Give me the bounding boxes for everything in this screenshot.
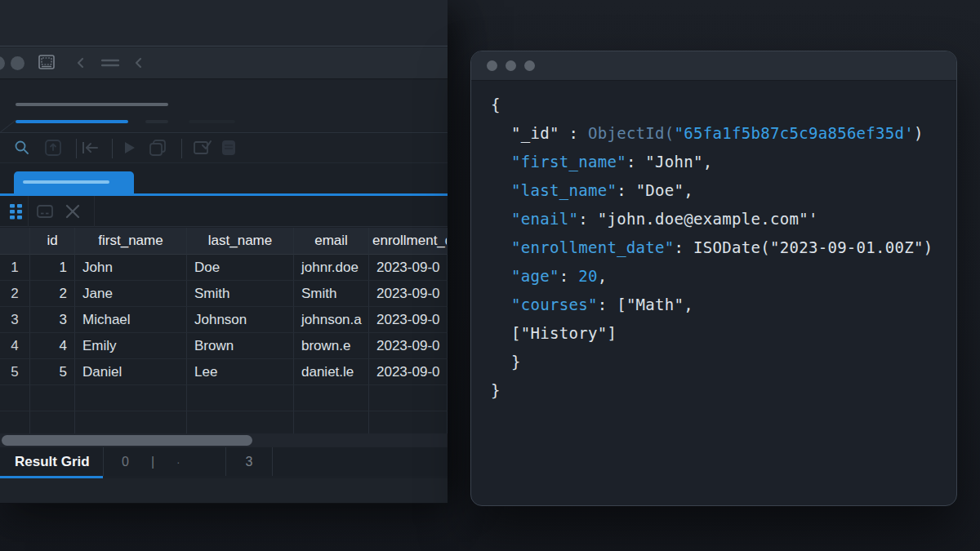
table-cell-email[interactable]: johnson.a [294, 307, 369, 333]
json-code: {"_id" : ObjectId("65fa1f5b87c5c9a856ef3… [471, 81, 956, 405]
query-tab-zone [0, 80, 448, 133]
result-grid-tab[interactable]: Result Grid [0, 447, 104, 476]
table-cell-last_name[interactable]: Johnson [187, 307, 294, 333]
tab-placeholder-dash [145, 120, 168, 123]
grid-toolbar [0, 196, 448, 227]
window-dot[interactable] [487, 60, 497, 71]
table-cell-last_name[interactable]: Smith [187, 281, 294, 307]
scrollbar-thumb[interactable] [2, 435, 252, 446]
active-tab-indicator-line [16, 120, 128, 123]
result-count-tab[interactable]: 3 [226, 447, 273, 476]
table-cell-email[interactable]: johnr.doe [294, 255, 369, 281]
result-table-body: 11JohnDoejohnr.doe2023-09-022JaneSmithSm… [0, 255, 448, 438]
table-cell-num[interactable]: 4 [0, 333, 30, 359]
code-line: "last_name": "Doe", [511, 176, 956, 205]
search-icon[interactable] [14, 140, 30, 156]
monitor-icon[interactable] [38, 54, 56, 72]
table-cell-num[interactable]: 5 [0, 359, 30, 385]
chevron-left-icon[interactable] [75, 57, 87, 69]
window-dot[interactable] [506, 60, 516, 71]
table-cell-id[interactable]: 2 [30, 281, 75, 307]
mini-item: 0 [122, 455, 129, 469]
table-cell-id[interactable] [30, 385, 75, 411]
table-cell-last_name[interactable]: Lee [187, 359, 294, 385]
table-cell-id[interactable]: 1 [30, 255, 75, 281]
result-mini-tabs[interactable]: 0 | · [104, 447, 226, 476]
tab-placeholder-line [16, 103, 168, 106]
code-line: { [491, 91, 956, 119]
table-cell-enrollment[interactable]: 2023-09-0 [369, 281, 448, 307]
toolbar-separator [112, 139, 113, 158]
table-cell-first_name[interactable]: Emily [75, 333, 187, 359]
table-cell-id[interactable]: 5 [30, 359, 75, 385]
window-bottom-band [0, 478, 448, 504]
code-line: } [511, 348, 956, 376]
mini-dot: · [176, 455, 180, 469]
active-result-tab[interactable] [14, 171, 134, 193]
query-toolbar [0, 134, 448, 163]
table-cell-enrollment[interactable]: 2023-09-0 [369, 333, 448, 359]
table-cell-enrollment[interactable]: 2023-09-0 [369, 307, 448, 333]
code-line: ["History"] [511, 319, 956, 348]
check-document-icon[interactable] [193, 139, 212, 157]
column-header-last-name[interactable]: last_name [187, 228, 294, 255]
table-cell-first_name[interactable]: Jane [75, 281, 187, 307]
column-header-id[interactable]: id [30, 228, 75, 255]
code-line: "first_name": "John", [511, 148, 956, 176]
tab-edge-line [0, 120, 16, 133]
arrow-left-icon[interactable] [81, 140, 99, 155]
mini-separator: | [151, 455, 154, 469]
window-dot[interactable] [524, 60, 535, 71]
result-bottom-bar: Result Grid 0 | · 3 [0, 447, 448, 476]
table-cell-email[interactable]: daniet.le [294, 359, 369, 385]
table-cell-last_name[interactable]: Brown [187, 333, 294, 359]
database-icon[interactable] [220, 139, 237, 157]
window-dot[interactable] [11, 56, 24, 70]
export-icon[interactable] [44, 139, 62, 157]
equals-icon[interactable] [101, 59, 119, 67]
left-app-window: id first_name last_name email enrollment… [0, 0, 448, 504]
table-cell-email[interactable]: Smith [294, 281, 369, 307]
table-cell-num[interactable]: 2 [0, 281, 30, 307]
table-cell-first_name[interactable]: Daniel [75, 359, 187, 385]
json-document-window: {"_id" : ObjectId("65fa1f5b87c5c9a856ef3… [470, 51, 957, 506]
table-cell-num[interactable]: 1 [0, 255, 30, 281]
window-dot[interactable] [0, 56, 5, 70]
column-header-email[interactable]: email [294, 228, 369, 255]
table-cell-email[interactable]: brown.e [294, 333, 369, 359]
table-cell-num[interactable] [0, 385, 30, 411]
result-table: id first_name last_name email enrollment… [0, 228, 448, 438]
json-window-titlebar [471, 51, 956, 81]
chevron-left-icon[interactable] [133, 57, 145, 69]
grid-icon[interactable] [10, 204, 23, 220]
copy-icon[interactable] [149, 139, 167, 157]
result-table-header: id first_name last_name email enrollment… [0, 228, 448, 255]
toolbar-separator [94, 196, 95, 227]
result-tab-strip [0, 164, 448, 193]
table-cell-first_name[interactable]: John [75, 255, 187, 281]
table-cell-first_name[interactable] [75, 385, 187, 411]
column-header[interactable] [0, 228, 30, 255]
play-icon[interactable] [122, 140, 137, 155]
result-grid-label: Result Grid [15, 454, 90, 470]
table-cell-last_name[interactable]: Doe [187, 255, 294, 281]
table-cell-enrollment[interactable] [369, 385, 448, 411]
table-cell-first_name[interactable]: Michael [75, 307, 187, 333]
panel-icon[interactable] [37, 205, 53, 218]
toolbar-separator [28, 196, 29, 227]
table-cell-id[interactable]: 4 [30, 333, 75, 359]
table-cell-num[interactable]: 3 [0, 307, 30, 333]
toolbar-separator [76, 139, 77, 158]
code-line: } [491, 376, 956, 405]
table-cell-last_name[interactable] [187, 385, 294, 411]
code-line: "enrollment_date": ISODate("2023-09-01.0… [511, 233, 956, 262]
table-cell-enrollment[interactable]: 2023-09-0 [369, 255, 448, 281]
table-cell-enrollment[interactable]: 2023-09-0 [369, 359, 448, 385]
code-line: "courses": ["Math", [511, 291, 956, 319]
column-header-first-name[interactable]: first_name [75, 228, 187, 255]
table-cell-email[interactable] [294, 385, 369, 411]
table-cell-id[interactable]: 3 [30, 307, 75, 333]
tab-placeholder-dash [189, 120, 235, 123]
close-icon[interactable] [65, 204, 80, 219]
column-header-enrollment-date[interactable]: enrollment_date [369, 228, 448, 255]
